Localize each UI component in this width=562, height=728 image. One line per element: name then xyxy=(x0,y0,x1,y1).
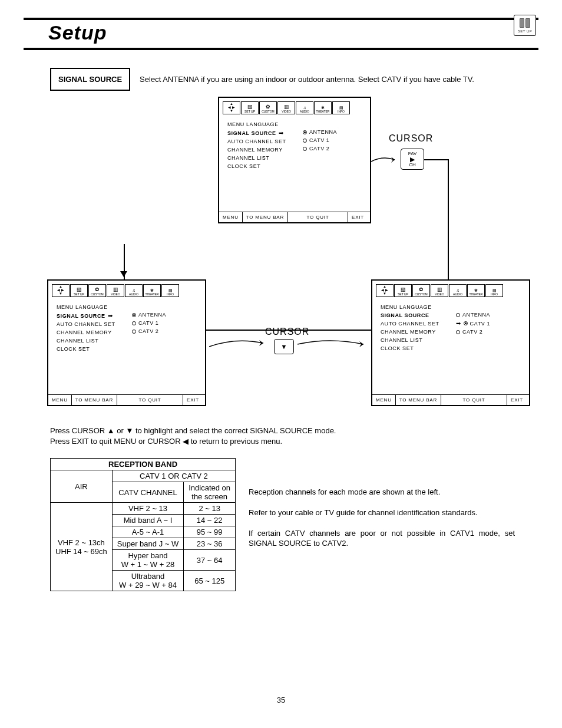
remote-cursor-down: ▼ xyxy=(274,339,294,354)
reception-band-table: RECEPTION BAND AIR CATV 1 OR CATV 2 CATV… xyxy=(50,458,236,591)
page-header: Setup SET UP xyxy=(24,18,538,50)
diagram: ▲◀ ▶▼ ▧SET UP ✿CUSTOM ▥VIDEO ♫AUDIO ✾THE… xyxy=(47,97,515,415)
flow-arrow-icon xyxy=(209,338,268,350)
reception-notes: Reception channels for each mode are sho… xyxy=(249,458,515,591)
remote-cursor-right: FAV ▶ CH xyxy=(401,149,424,170)
flow-arrow-icon xyxy=(371,156,401,164)
bottom-section: RECEPTION BAND AIR CATV 1 OR CATV 2 CATV… xyxy=(50,458,515,591)
osd-screen-1: ▲◀ ▶▼ ▧SET UP ✿CUSTOM ▥VIDEO ♫AUDIO ✾THE… xyxy=(218,97,371,223)
page-number: 35 xyxy=(0,696,562,704)
osd-screen-3: ▲◀ ▶▼ ▧SET UP ✿CUSTOM ▥VIDEO ♫AUDIO ✾THE… xyxy=(371,279,530,406)
cursor-label-right: CURSOR xyxy=(389,133,433,144)
flow-arrow-icon xyxy=(297,338,368,350)
signal-source-label: SIGNAL SOURCE xyxy=(50,68,130,91)
signal-source-row: SIGNAL SOURCE Select ANTENNA if you are … xyxy=(50,68,538,91)
signal-source-desc: Select ANTENNA if you are using an indoo… xyxy=(140,75,474,84)
page-title: Setup xyxy=(24,21,107,44)
instruction: Press CURSOR ▲ or ▼ to highlight and sel… xyxy=(50,426,538,446)
osd-screen-2: ▲◀ ▶▼ ▧SET UP ✿CUSTOM ▥VIDEO ♫AUDIO ✾THE… xyxy=(47,279,206,406)
setup-icon: SET UP xyxy=(514,15,536,36)
cursor-label-down: CURSOR xyxy=(265,327,309,337)
